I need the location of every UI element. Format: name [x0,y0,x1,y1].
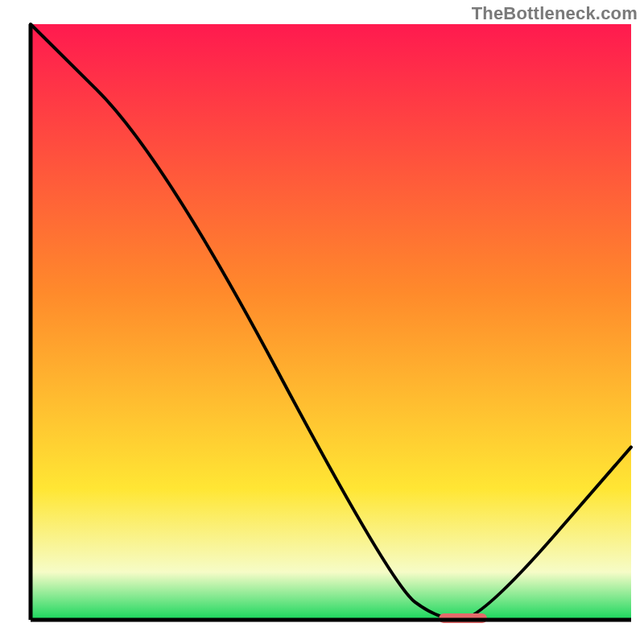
plot-area [31,24,631,620]
chart-container: TheBottleneck.com [0,0,644,644]
watermark-label: TheBottleneck.com [472,3,638,24]
chart-svg [0,0,644,644]
